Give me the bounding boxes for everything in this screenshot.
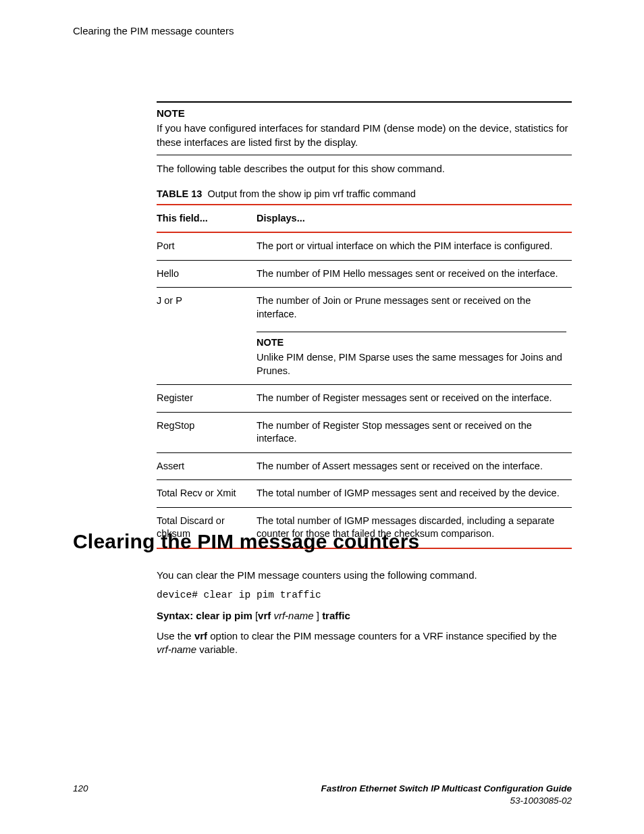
th-desc: Displays... [257,205,572,233]
cell-field: Assert [157,452,257,480]
cell-field: Total Recv or Xmit [157,480,257,508]
cell-desc: The total number of IGMP messages sent a… [257,480,572,508]
table-row: Hello The number of PIM Hello messages s… [157,260,572,288]
note-rule-bottom [157,155,572,155]
section-heading: Clearing the PIM message counters [73,528,572,556]
body-para-2: Use the vrf option to clear the PIM mess… [157,629,572,657]
syntax-label: Syntax: clear ip pim [157,610,252,621]
table-row: RegStop The number of Register Stop mess… [157,412,572,452]
bp2c: option to clear the PIM message counters… [207,630,557,642]
bp2b: vrf [194,630,207,642]
cell-desc: The number of PIM Hello messages sent or… [257,260,572,288]
cell-desc: The number of Register messages sent or … [257,385,572,413]
inner-note: NOTE Unlike PIM dense, PIM Sparse uses t… [257,332,566,377]
syntax-opt: vrf [258,610,271,621]
note-body: If you have configured interfaces for st… [157,122,572,149]
cell-field: Port [157,232,257,260]
cell-field: Hello [157,260,257,288]
note-rule-top [157,101,572,103]
bp2e: variable. [196,644,238,655]
intro-paragraph: The following table describes the output… [157,162,572,176]
th-field: This field... [157,205,257,233]
output-table: This field... Displays... Port The port … [157,204,572,549]
page-footer: 120 FastIron Ethernet Switch IP Multicas… [73,783,572,807]
inner-note-body: Unlike PIM dense, PIM Sparse uses the sa… [257,351,566,377]
cell-field: RegStop [157,412,257,452]
table-row: Port The port or virtual interface on wh… [157,232,572,260]
section-body: You can clear the PIM message counters u… [157,569,572,662]
cell-desc-text: The number of Join or Prune messages sen… [257,295,531,319]
table-row: Total Recv or Xmit The total number of I… [157,480,572,508]
syntax-rbr: ] [317,610,319,621]
bp2a: Use the [157,630,194,642]
cell-field: J or P [157,288,257,385]
syntax-tail: traffic [322,610,350,621]
page-number: 120 [73,783,88,795]
running-head: Clearing the PIM message counters [73,24,234,38]
cell-desc: The number of Assert messages sent or re… [257,452,572,480]
syntax-arg: vrf-name [273,610,313,621]
inner-note-label: NOTE [257,336,566,350]
table-row: J or P The number of Join or Prune messa… [157,288,572,385]
cell-desc: The number of Register Stop messages sen… [257,412,572,452]
table-caption-prefix: TABLE 13 [157,188,202,199]
table-caption: TABLE 13 Output from the show ip pim vrf… [157,188,572,201]
table-header-row: This field... Displays... [157,205,572,233]
cell-desc: The port or virtual interface on which t… [257,232,572,260]
doc-number: 53-1003085-02 [510,795,572,807]
table-row: Assert The number of Assert messages sen… [157,452,572,480]
syntax-line: Syntax: clear ip pim [vrf vrf-name ] tra… [157,609,572,623]
inner-note-rule-top [257,332,566,332]
content-block: NOTE If you have configured interfaces f… [157,101,572,549]
note-label: NOTE [157,107,572,120]
cell-field: Register [157,385,257,413]
table-row: Register The number of Register messages… [157,385,572,413]
doc-title: FastIron Ethernet Switch IP Multicast Co… [321,783,572,795]
bp2d: vrf-name [157,644,196,655]
code-line: device# clear ip pim traffic [157,589,572,602]
body-para-1: You can clear the PIM message counters u… [157,569,572,582]
cell-desc: The number of Join or Prune messages sen… [257,288,572,385]
table-caption-title: Output from the show ip pim vrf traffic … [207,188,415,199]
